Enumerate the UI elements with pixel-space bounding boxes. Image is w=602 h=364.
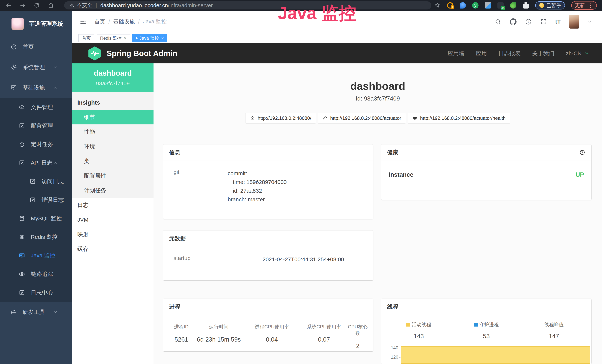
sidebar-item-14[interactable]: 研发工具 <box>0 302 72 322</box>
close-icon[interactable]: × <box>161 36 164 41</box>
extension-pin-icon[interactable] <box>460 2 466 9</box>
back-icon[interactable] <box>5 2 12 9</box>
insights-item-计划任务[interactable]: 计划任务 <box>72 183 153 198</box>
legend-swatch-icon <box>474 323 478 327</box>
insights-item-环境[interactable]: 环境 <box>72 139 153 154</box>
sidebar-item-10[interactable]: Redis 监控 <box>0 228 72 246</box>
chevron-down-icon[interactable] <box>588 20 592 24</box>
avatar[interactable] <box>569 15 579 29</box>
insights-section: Insights 细节性能环境类配置属性计划任务 <box>72 92 153 198</box>
cloud-upload-icon <box>19 104 25 110</box>
insights-item-性能[interactable]: 性能 <box>72 124 153 139</box>
health-status-badge: UP <box>575 171 584 178</box>
insights-item-配置属性[interactable]: 配置属性 <box>72 168 153 183</box>
tab-Java 监控[interactable]: Java 监控× <box>132 34 167 42</box>
fullscreen-icon[interactable] <box>540 18 547 25</box>
extension-sprout-icon[interactable] <box>510 2 516 9</box>
text-size-icon[interactable]: tT <box>555 19 561 25</box>
extension-grid-icon[interactable] <box>485 2 491 9</box>
breadcrumb-current: Java 监控 <box>143 18 166 25</box>
insights-item-类[interactable]: 类 <box>72 154 153 168</box>
sidebar-item-label: 文件管理 <box>31 104 53 111</box>
sidebar-item-2[interactable]: 基础设施 <box>0 77 72 98</box>
bookmark-star-icon[interactable] <box>434 2 441 9</box>
sba-nav-applications[interactable]: 应用 <box>476 50 487 57</box>
extension-list-icon[interactable]: on <box>497 2 504 9</box>
process-col-value: 5261 <box>168 336 195 343</box>
info-line: id: 27aa832 <box>228 186 287 195</box>
sidebar-item-9[interactable]: MySQL 监控 <box>0 209 72 228</box>
process-card-title: 进程 <box>169 303 180 310</box>
info-line: commit: <box>228 169 287 178</box>
insights-items: 细节性能环境类配置属性计划任务 <box>72 110 153 198</box>
instance-menu-item-日志[interactable]: 日志 <box>72 198 153 212</box>
extension-y-icon[interactable]: y <box>472 2 479 9</box>
sidebar-item-label: 配置管理 <box>31 122 53 130</box>
database-icon <box>19 215 25 222</box>
tab-首页[interactable]: 首页 <box>78 34 94 42</box>
sba-nav-about[interactable]: 关于我们 <box>532 50 554 57</box>
instance-link-1[interactable]: http://192.168.0.2:48080/actuator <box>318 113 406 124</box>
insights-item-细节[interactable]: 细节 <box>72 110 153 124</box>
github-icon[interactable] <box>510 18 517 25</box>
reload-icon[interactable] <box>33 2 40 9</box>
chevron-down-icon <box>52 309 59 315</box>
extension-orange-icon[interactable]: 1 <box>447 2 453 9</box>
breadcrumb-home[interactable]: 首页 <box>94 18 105 25</box>
instance-sidebar: dashboard 93a3fc7f7409 Insights 细节性能环境类配… <box>72 64 153 364</box>
chevron-down-icon <box>584 51 589 56</box>
paused-pill[interactable]: 已暂停 <box>535 1 565 10</box>
address-bar[interactable]: 不安全 | dashboard.yudao.iocoder.cn /infra/… <box>64 1 431 10</box>
sidebar-item-7[interactable]: 访问日志 <box>0 172 72 191</box>
home-chrome-icon[interactable] <box>47 2 54 9</box>
update-button[interactable]: 更新 ⋮ <box>571 1 597 10</box>
extension-puzzle-icon[interactable] <box>523 2 529 9</box>
sidebar-item-1[interactable]: 系统管理 <box>0 57 72 77</box>
sidebar-item-5[interactable]: 定时任务 <box>0 135 72 153</box>
update-label: 更新 <box>575 2 585 9</box>
sba-locale-select[interactable]: zh-CN <box>566 50 589 57</box>
sidebar-item-3[interactable]: 文件管理 <box>0 98 72 117</box>
instance-link-2[interactable]: http://192.168.0.2:48080/actuator/health <box>408 113 510 124</box>
sidebar-item-4[interactable]: 配置管理 <box>0 117 72 135</box>
instance-menu-item-JVM[interactable]: JVM <box>72 212 153 227</box>
instance-menu-item-缓存[interactable]: 缓存 <box>72 242 153 256</box>
threads-card: 线程 活动线程143守护进程53线程峰值147 140120100 <box>381 299 591 364</box>
sidebar-item-8[interactable]: 错误日志 <box>0 191 72 209</box>
instance-link-0[interactable]: http://192.168.0.2:48080/ <box>245 113 316 124</box>
eye-icon <box>19 271 25 278</box>
hamburger-icon[interactable] <box>79 18 87 26</box>
sba-brand[interactable]: Spring Boot Admin <box>107 49 177 58</box>
info-line: branch: master <box>228 195 287 204</box>
browser-menu-icon[interactable]: ⋮ <box>588 2 593 9</box>
thread-legend-labelrow: 活动线程 <box>406 321 431 328</box>
metadata-card-title: 元数据 <box>169 235 186 242</box>
help-icon[interactable]: ? <box>525 18 532 25</box>
history-icon[interactable] <box>579 149 585 156</box>
sidebar-item-12[interactable]: 链路追踪 <box>0 265 72 283</box>
sidebar-item-11[interactable]: Java 监控 <box>0 246 72 265</box>
sidebar-item-6[interactable]: API 日志 <box>0 153 72 172</box>
close-icon[interactable]: × <box>124 36 127 41</box>
search-icon[interactable] <box>494 18 502 25</box>
sidebar-logo[interactable]: 芋道管理系统 <box>0 11 72 37</box>
sidebar-item-label: 基础设施 <box>23 84 45 92</box>
sba-nav-wall[interactable]: 应用墙 <box>448 50 464 57</box>
url-path: /infra/admin-server <box>168 2 213 9</box>
instance-link-url: http://192.168.0.2:48080/ <box>258 115 311 121</box>
gear-icon <box>10 64 17 71</box>
instance-header[interactable]: dashboard 93a3fc7f7409 <box>72 64 153 92</box>
sidebar-item-label: 链路追踪 <box>31 270 53 278</box>
sba-logo-icon[interactable] <box>88 46 101 60</box>
sidebar-item-13[interactable]: 日志中心 <box>0 283 72 302</box>
edit-icon <box>19 122 25 129</box>
paused-label: 已暂停 <box>546 2 561 9</box>
forward-icon[interactable] <box>19 2 26 9</box>
not-secure-warning-icon <box>69 3 75 8</box>
instance-menu-item-映射[interactable]: 映射 <box>72 227 153 242</box>
toolbox-icon <box>10 309 17 315</box>
sidebar-item-0[interactable]: 首页 <box>0 37 72 57</box>
tab-Redis 监控[interactable]: Redis 监控× <box>97 34 130 42</box>
sba-nav-journal[interactable]: 日志报表 <box>498 50 521 57</box>
breadcrumb-infra[interactable]: 基础设施 <box>113 18 135 25</box>
